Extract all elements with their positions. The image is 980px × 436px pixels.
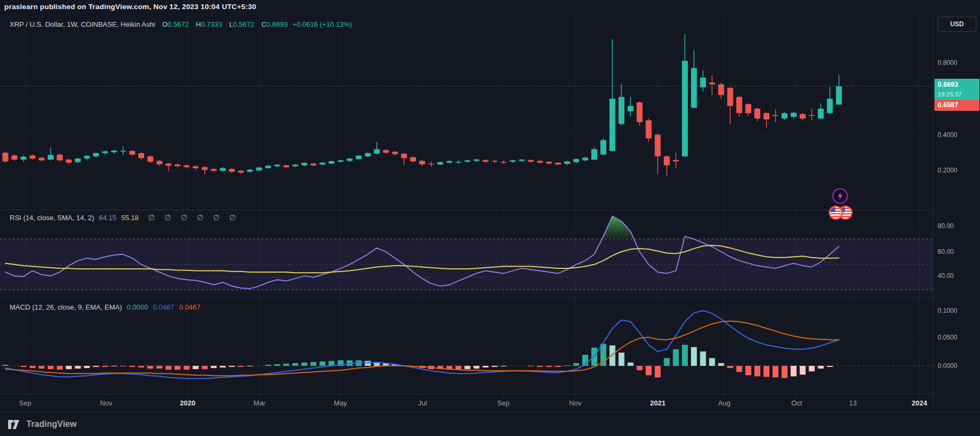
- time-axis-label: 2021: [650, 399, 666, 407]
- time-axis-label: Aug: [718, 399, 730, 407]
- price-axis-label: 0.2000: [938, 166, 957, 175]
- tradingview-brand-link[interactable]: TradingView: [26, 419, 77, 429]
- price-axis-label: 0.4000: [938, 130, 957, 140]
- tradingview-logo-icon[interactable]: [8, 418, 21, 430]
- currency-toggle-button[interactable]: USD: [938, 17, 976, 32]
- chart-canvas[interactable]: SepNov2020MarMayJulSepNov2021AugOct13202…: [0, 15, 933, 411]
- time-axis-label: Nov: [100, 399, 113, 407]
- footer-bar: TradingView: [0, 411, 980, 436]
- last-price-badge: 0.6693 19:25:37: [934, 79, 979, 100]
- last-price-value: 0.6693: [938, 80, 979, 90]
- usd-flag-icon: [828, 204, 855, 221]
- price-axis[interactable]: USD 0.6693 19:25:37 0.6587 0.80000.40000…: [933, 15, 980, 411]
- time-axis-label: 2020: [180, 399, 196, 407]
- price-axis-label: 0.8000: [938, 58, 957, 67]
- time-axis-label: May: [334, 399, 347, 407]
- prev-close-value: 0.6587: [938, 100, 979, 111]
- price-axis-label: 60.00: [938, 247, 954, 257]
- bar-countdown: 19:25:37: [938, 90, 979, 99]
- price-axis-label: 0.0500: [938, 333, 957, 342]
- price-axis-label: 40.00: [938, 271, 954, 281]
- chart-area[interactable]: SepNov2020MarMayJulSepNov2021AugOct13202…: [0, 15, 933, 411]
- time-axis-label: Oct: [791, 399, 803, 407]
- tradingview-published-chart: praslearn published on TradingView.com, …: [0, 0, 980, 436]
- time-axis-label: Sep: [19, 399, 31, 407]
- price-axis-label: 0.0000: [938, 361, 957, 371]
- price-axis-label: 80.00: [938, 221, 954, 231]
- price-axis-label: 0.1000: [938, 306, 957, 315]
- published-attribution: praslearn published on TradingView.com, …: [4, 3, 256, 11]
- instrument-flags: [828, 204, 855, 221]
- prev-close-badge: 0.6587: [934, 100, 979, 111]
- time-axis-label: Sep: [497, 399, 509, 407]
- time-axis-label: 13: [849, 399, 857, 407]
- time-axis-label: Jul: [418, 399, 427, 407]
- time-axis-label: Mar: [254, 399, 266, 407]
- time-axis-label: Nov: [569, 399, 582, 407]
- flash-idea-button[interactable]: [831, 187, 849, 205]
- lightning-icon: [831, 187, 849, 205]
- time-axis-label: 2024: [912, 399, 928, 407]
